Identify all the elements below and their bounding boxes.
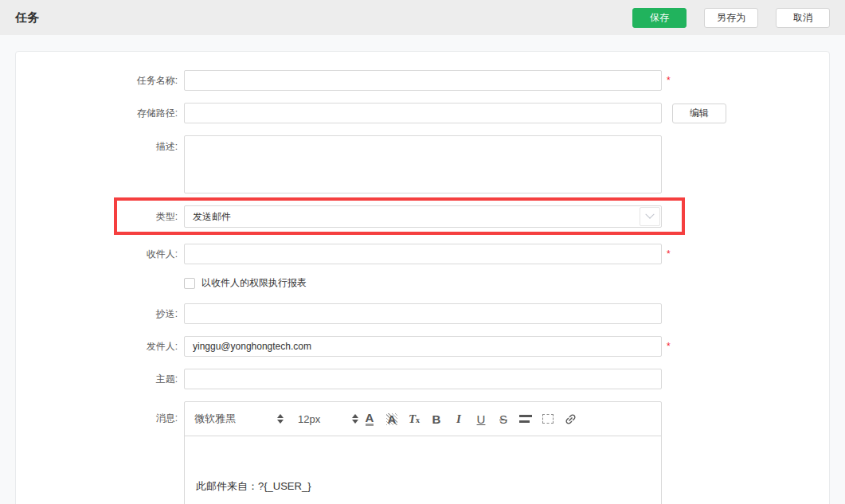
edit-path-button[interactable]: 编辑 [672,104,726,123]
bar [519,415,532,417]
type-row: 类型: 发送邮件 [16,205,829,228]
clear-format-icon: Tx [409,412,420,426]
bar [519,420,530,423]
cc-input[interactable] [184,303,662,324]
message-row: 消息: 微软雅黑 12px [16,401,829,504]
link-icon [561,409,580,428]
task-name-input[interactable] [184,70,662,91]
type-select[interactable]: 发送邮件 [184,205,662,228]
type-select-arrow-button[interactable] [640,207,660,226]
page-title: 任务 [15,10,39,25]
save-button[interactable]: 保存 [632,8,687,28]
italic-icon: I [456,412,461,426]
cancel-button[interactable]: 取消 [776,8,830,28]
selection-button[interactable] [537,408,559,430]
subject-input[interactable] [184,369,662,389]
strikethrough-button[interactable]: S [492,408,514,430]
bold-icon: B [432,412,441,426]
storage-path-label: 存储路径: [16,103,178,123]
insert-link-button[interactable] [559,408,581,430]
editor-body[interactable]: 此邮件来自：?{_USER_} [185,436,661,504]
editor-body-text: 此邮件来自：?{_USER_} [196,436,650,494]
font-family-value: 微软雅黑 [194,412,236,426]
background-color-button[interactable]: A [381,408,403,430]
required-marker: * [667,244,671,264]
triangle-down [277,420,284,424]
italic-button[interactable]: I [448,408,470,430]
description-label: 描述: [16,135,178,152]
recipient-label: 收件人: [16,244,178,264]
type-select-value: 发送邮件 [185,210,639,224]
cc-row: 抄送: [16,303,829,324]
clear-format-button[interactable]: Tx [403,408,425,430]
underline-icon: U [477,412,486,426]
up-down-arrows-icon [352,414,358,424]
font-size-value: 12px [298,413,320,425]
subject-label: 主题: [16,369,178,389]
triangle-down [352,420,358,424]
sender-row: 发件人: * [16,336,829,357]
top-bar: 任务 保存 另存为 取消 [0,0,845,35]
subject-row: 主题: [16,369,829,389]
chevron-down-icon [645,210,654,219]
font-size-select[interactable]: 12px [298,413,358,425]
run-as-recipient-checkbox[interactable] [184,278,195,289]
underline-button[interactable]: U [470,408,492,430]
recipient-row: 收件人: * [16,244,829,264]
type-label: 类型: [16,206,178,227]
required-marker: * [667,70,671,91]
task-name-row: 任务名称: * [16,70,829,91]
strikethrough-icon: S [499,412,507,426]
run-as-recipient-label: 以收件人的权限执行报表 [201,276,307,290]
message-label: 消息: [16,401,178,424]
task-name-label: 任务名称: [16,70,178,91]
message-editor: 微软雅黑 12px [184,401,662,504]
up-down-arrows-icon [277,414,284,424]
required-marker: * [667,336,671,357]
form-panel: 任务名称: * 存储路径: 编辑 描述: 类型: 发送邮件 [15,51,830,504]
font-family-select[interactable]: 微软雅黑 [194,412,284,426]
save-as-button[interactable]: 另存为 [704,8,758,28]
description-row: 描述: [16,135,829,193]
selection-box-icon [542,414,554,424]
description-textarea[interactable] [184,135,662,193]
storage-path-input[interactable] [184,103,662,123]
run-as-recipient-row: 以收件人的权限执行报表 [16,276,829,290]
background-color-icon: A [386,413,398,425]
triangle-up [277,414,284,418]
sender-label: 发件人: [16,336,178,357]
align-button[interactable] [514,408,537,430]
recipient-input[interactable] [184,244,662,264]
align-lines-icon [519,415,532,423]
font-color-button[interactable]: A [358,408,381,430]
bold-button[interactable]: B [425,408,448,430]
font-color-icon: A [366,412,374,426]
editor-toolbar: 微软雅黑 12px [185,402,661,436]
sender-input[interactable] [184,336,662,357]
triangle-up [352,414,358,418]
cc-label: 抄送: [16,303,178,324]
task-form: 任务名称: * 存储路径: 编辑 描述: 类型: 发送邮件 [16,52,829,504]
storage-path-row: 存储路径: 编辑 [16,103,829,123]
